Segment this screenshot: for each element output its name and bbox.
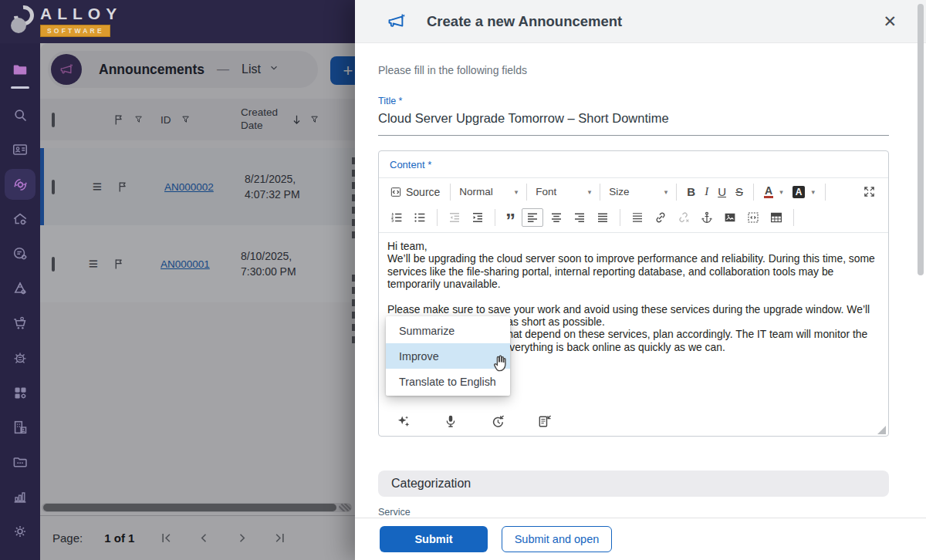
select-all-checkbox[interactable] <box>52 113 55 127</box>
sidebar-item-network[interactable] <box>5 342 35 373</box>
unlink-button[interactable] <box>674 209 694 226</box>
logo-text: ALLOY SOFTWARE <box>40 5 122 37</box>
row-checkbox[interactable] <box>52 180 55 194</box>
sidebar-item-settings[interactable] <box>5 516 35 547</box>
align-center-icon <box>549 211 563 224</box>
menu-item-summarize[interactable]: Summarize <box>386 318 510 343</box>
insert-history-icon <box>490 413 505 429</box>
source-button[interactable]: Source <box>387 184 443 200</box>
sidebar-item-service-config[interactable] <box>5 238 35 269</box>
alloy-logo[interactable]: ALLOY SOFTWARE <box>11 5 122 37</box>
row-menu-icon[interactable]: ≡ <box>80 255 106 273</box>
sidebar-item-apps[interactable] <box>5 377 35 408</box>
resize-handle[interactable] <box>877 426 886 434</box>
sidebar-item-id-badge[interactable] <box>5 134 35 165</box>
view-chevron-icon[interactable] <box>269 62 279 76</box>
page-count: 1 of 1 <box>104 531 134 545</box>
underline-button[interactable]: U <box>715 184 729 200</box>
insert-history-button[interactable] <box>487 412 509 430</box>
megaphone-icon <box>59 62 74 77</box>
first-page-icon <box>159 531 174 545</box>
table-row[interactable]: ≡ AN000001 8/10/2025, 7:30:00 PM <box>40 225 355 302</box>
editor-toolbar-row1: Source Normal▾ Font▾ Size▾ B I U S <box>385 179 882 204</box>
title-field-input[interactable]: Cloud Server Upgrade Tomorrow – Short Do… <box>378 111 889 126</box>
created-date-column-header[interactable]: Created Date <box>241 106 284 133</box>
bulleted-list-icon <box>413 211 427 224</box>
close-button[interactable]: ✕ <box>874 12 906 31</box>
id-column-header[interactable]: ID <box>161 114 171 126</box>
hierarchy-gear-icon <box>12 280 29 297</box>
categorization-section-header[interactable]: Categorization <box>378 471 889 497</box>
paragraph-format-dropdown[interactable]: Normal▾ <box>456 184 521 199</box>
decrease-indent-button[interactable] <box>444 209 465 226</box>
size-dropdown[interactable]: Size▾ <box>606 184 671 199</box>
insert-link-button[interactable] <box>651 209 671 226</box>
horizontal-scrollbar[interactable] <box>42 503 352 512</box>
prev-page-button[interactable] <box>197 531 211 545</box>
hand-cursor-icon <box>491 350 512 373</box>
blockquote-button[interactable]: ” <box>502 209 519 226</box>
caret-icon: ▾ <box>811 188 815 196</box>
insert-table-button[interactable] <box>766 209 786 226</box>
row-checkbox[interactable] <box>52 257 55 272</box>
row-flag-icon[interactable] <box>117 180 130 194</box>
last-page-button[interactable] <box>272 531 287 545</box>
created-date-cell: 8/21/2025, 4:07:32 PM <box>245 171 355 203</box>
align-right-button[interactable] <box>569 209 590 226</box>
editor-line: We’ll be upgrading the cloud server soon… <box>387 252 880 290</box>
sidebar-item-organization[interactable] <box>5 412 35 443</box>
row-flag-icon[interactable] <box>113 258 126 271</box>
sort-descending-icon[interactable] <box>290 113 303 127</box>
title-field-group: Title * Cloud Server Upgrade Tomorrow – … <box>378 96 889 136</box>
align-right-icon <box>573 211 586 224</box>
sidebar-item-reports[interactable] <box>5 481 35 512</box>
maximize-button[interactable] <box>860 184 879 200</box>
align-center-button[interactable] <box>546 209 566 226</box>
insert-template-button[interactable] <box>534 412 556 430</box>
code-snippet-button[interactable] <box>743 209 763 226</box>
bulleted-list-button[interactable] <box>410 209 430 226</box>
anchor-button[interactable] <box>697 209 717 226</box>
view-selector-label[interactable]: List <box>242 62 261 76</box>
ai-assistant-button[interactable] <box>392 412 414 431</box>
font-dropdown[interactable]: Font▾ <box>532 184 594 199</box>
submit-and-open-button[interactable]: Submit and open <box>502 526 612 552</box>
strikethrough-button[interactable]: S <box>732 184 746 200</box>
first-page-button[interactable] <box>159 531 174 545</box>
table-header: ID Created Date <box>40 99 355 140</box>
align-left-button[interactable] <box>522 208 543 227</box>
sidebar-item-home-gear[interactable] <box>5 204 35 234</box>
text-color-button[interactable]: A▾ <box>761 184 786 200</box>
justify-button[interactable] <box>593 209 613 226</box>
id-filter-icon[interactable] <box>181 114 192 126</box>
numbered-list-button[interactable] <box>387 209 407 226</box>
next-page-button[interactable] <box>235 531 249 545</box>
sidebar-item-automation[interactable] <box>5 169 35 200</box>
list-pane: Announcements — List + ID Created Date <box>40 43 355 560</box>
date-filter-icon[interactable] <box>309 114 321 126</box>
flag-column-icon[interactable] <box>113 113 126 127</box>
dictation-button[interactable] <box>440 412 461 430</box>
row-menu-icon[interactable]: ≡ <box>84 177 110 196</box>
modal-scrollbar-thumb[interactable] <box>918 4 924 275</box>
record-link[interactable]: AN000002 <box>158 181 214 193</box>
bold-button[interactable]: B <box>684 184 698 200</box>
italic-button[interactable]: I <box>701 184 711 200</box>
id-badge-icon <box>12 141 29 158</box>
background-color-button[interactable]: A▾ <box>789 184 818 200</box>
created-date-cell: 8/10/2025, 7:30:00 PM <box>241 248 355 280</box>
flag-filter-icon[interactable] <box>133 114 145 126</box>
submit-button[interactable]: Submit <box>380 526 488 552</box>
horizontal-scrollbar-thumb[interactable] <box>43 504 336 511</box>
sidebar-item-hierarchy[interactable] <box>5 273 35 304</box>
insert-image-button[interactable] <box>720 209 740 226</box>
record-link[interactable]: AN000001 <box>154 258 210 270</box>
sidebar-item-procurement[interactable] <box>5 308 35 339</box>
line-spacing-button[interactable] <box>627 209 647 226</box>
sidebar-item-directories[interactable] <box>5 447 35 477</box>
sidebar-item-search[interactable] <box>5 100 35 130</box>
increase-indent-button[interactable] <box>468 209 488 226</box>
table-row[interactable]: ≡ AN000002 8/21/2025, 4:07:32 PM <box>40 148 355 225</box>
add-announcement-button[interactable]: + <box>330 56 355 85</box>
sidebar-item-folder[interactable] <box>5 54 35 85</box>
